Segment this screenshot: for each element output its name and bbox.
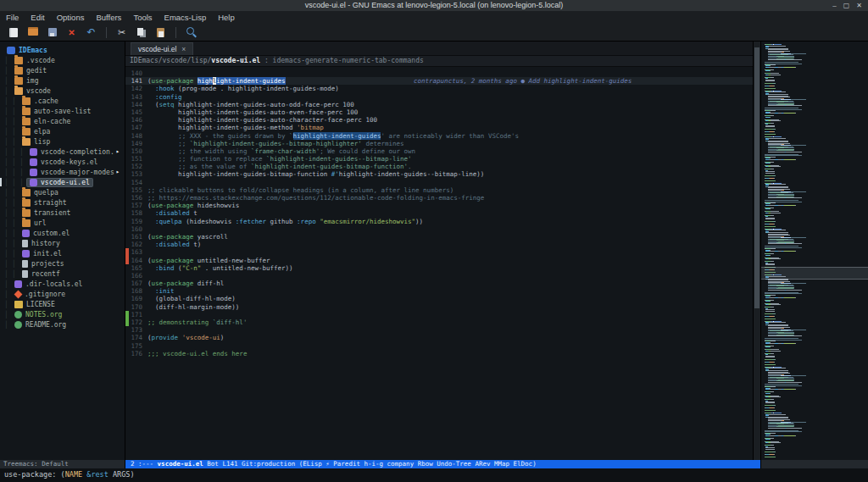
tab-vscode-ui[interactable]: vscode-ui.el × <box>131 42 193 55</box>
code-line-170[interactable]: 170 (diff-hl-margin-mode)) <box>125 303 753 311</box>
code-line-148[interactable]: 148 ;; XXX - the guides drawn by `highli… <box>125 132 753 140</box>
menu-options[interactable]: Options <box>51 12 91 24</box>
tree-item-vscode-completion[interactable]: │││vscode-completion.▸ <box>0 147 125 157</box>
line-number: 142 <box>129 85 147 92</box>
code-line-144[interactable]: 144 (setq highlight-indent-guides-auto-o… <box>125 101 753 108</box>
tree-item-straight[interactable]: ││straight <box>0 197 125 208</box>
code-line-152[interactable]: 152 ;; as the value of `highlight-indent… <box>125 163 753 170</box>
paste-icon[interactable] <box>153 26 168 39</box>
kill-buffer-icon[interactable]: ✕ <box>64 26 79 39</box>
undo-icon[interactable]: ↶ <box>84 26 98 39</box>
code-line-172[interactable]: 172;; demonstrating `diff-hl' <box>125 319 753 326</box>
menu-help[interactable]: Help <box>212 12 241 24</box>
code-line-174[interactable]: 174(provide 'vscode-ui) <box>125 334 753 341</box>
minimap[interactable] <box>761 42 868 460</box>
code-line-165[interactable]: 165 :bind ("C-n" . untitled-new-buffer)) <box>125 264 753 272</box>
code-line-146[interactable]: 146 highlight-indent-guides-auto-charact… <box>125 116 753 124</box>
copy-icon[interactable] <box>134 26 148 39</box>
tree-item-history[interactable]: ││history <box>0 238 125 248</box>
code-line-141[interactable]: 141(use-package highlight-indent-guidesc… <box>125 77 753 85</box>
code-line-168[interactable]: 168 :init <box>125 287 753 295</box>
minimize-button[interactable]: – <box>832 0 836 11</box>
code-line-169[interactable]: 169 (global-diff-hl-mode) <box>125 295 753 302</box>
tree-item-vscode[interactable]: │vscode <box>0 86 125 96</box>
menu-file[interactable]: File <box>0 12 25 24</box>
tree-item-idemacs[interactable]: IDEmacs <box>0 45 125 55</box>
code-line-161[interactable]: 161(use-package yascroll <box>125 233 753 241</box>
tree-item-recentf[interactable]: ││recentf <box>0 269 125 279</box>
main-modeline[interactable]: 2 :--- vscode-ui.el Bot L141 Git:product… <box>125 460 760 468</box>
tree-item-url[interactable]: ││url <box>0 218 125 228</box>
minimap-viewport[interactable] <box>761 267 868 280</box>
tree-item-vscode-keys-el[interactable]: │││vscode-keys.el <box>0 157 125 167</box>
code-line-149[interactable]: 149 ;; `highlight-indent-guides--bitmap-… <box>125 140 753 147</box>
menu-edit[interactable]: Edit <box>25 12 50 24</box>
minimap-segment <box>771 115 775 116</box>
tree-item-readme-org[interactable]: │README.org <box>0 319 125 330</box>
code-line-163[interactable]: 163 <box>125 248 753 256</box>
maximize-button[interactable]: ▢ <box>843 0 850 11</box>
code-line-154[interactable]: 154 <box>125 179 753 186</box>
scrollbar[interactable] <box>753 42 761 460</box>
menu-tools[interactable]: Tools <box>127 12 158 24</box>
code-line-157[interactable]: 157(use-package hideshowvis <box>125 202 753 209</box>
menu-emacs-lisp[interactable]: Emacs-Lisp <box>159 12 213 24</box>
tree-item-img[interactable]: │img <box>0 75 125 86</box>
tree-item-eln-cache[interactable]: ││eln-cache <box>0 116 125 126</box>
code-line-159[interactable]: 159 :quelpa (hideshowvis :fetcher github… <box>125 218 753 225</box>
code-line-160[interactable]: 160 <box>125 225 753 233</box>
new-file-icon[interactable] <box>6 26 20 39</box>
scrollbar-thumb[interactable] <box>754 47 760 308</box>
code-line-171[interactable]: 171 <box>125 311 753 319</box>
titlebar[interactable]: vscode-ui.el - GNU Emacs at lenovo-legio… <box>0 0 868 12</box>
code-line-153[interactable]: 153 highlight-indent-guides-bitmap-funct… <box>125 170 753 178</box>
search-icon[interactable] <box>184 26 198 39</box>
tree-item-auto-save-list[interactable]: ││auto-save-list <box>0 106 125 116</box>
tree-item-init-el[interactable]: ││init.el <box>0 248 125 258</box>
code-line-140[interactable]: 140 <box>125 69 753 77</box>
code-buffer[interactable]: 140141(use-package highlight-indent-guid… <box>125 67 753 460</box>
tree-item-label: README.org <box>25 321 66 329</box>
tree-item-license[interactable]: │LICENSE <box>0 299 125 309</box>
code-line-175[interactable]: 175 <box>125 342 753 350</box>
code-line-147[interactable]: 147 highlight-indent-guides-method 'bitm… <box>125 124 753 131</box>
tree-item-vscode-ui-el[interactable]: │││vscode-ui.el <box>0 177 125 187</box>
tree-item-lisp[interactable]: ││lisp <box>0 136 125 147</box>
tree-item-gitignore[interactable]: │.gitignore <box>0 289 125 299</box>
tree-item-vscode[interactable]: │.vscode <box>0 55 125 65</box>
tree-item-vscode-major-modes[interactable]: │││vscode-major-modes▸ <box>0 167 125 177</box>
code-line-145[interactable]: 145 highlight-indent-guides-auto-even-fa… <box>125 108 753 116</box>
code-line-164[interactable]: 164(use-package untitled-new-buffer <box>125 257 753 264</box>
tree-item-custom-el[interactable]: ││custom.el <box>0 228 125 238</box>
code-line-143[interactable]: 143 :config <box>125 93 753 101</box>
code-line-155[interactable]: 155;; clickable buttons to fold/collapse… <box>125 186 753 194</box>
code-line-167[interactable]: 167(use-package diff-hl <box>125 280 753 287</box>
code-line-166[interactable]: 166 <box>125 272 753 280</box>
code-line-142[interactable]: 142 :hook (prog-mode . highlight-indent-… <box>125 85 753 92</box>
code-line-176[interactable]: 176;;; vscode-ui.el ends here <box>125 350 753 357</box>
menu-buffers[interactable]: Buffers <box>90 12 127 24</box>
tree-item-projects[interactable]: ││projects <box>0 258 125 269</box>
code-line-162[interactable]: 162 :disabled t) <box>125 241 753 248</box>
echo-area[interactable]: use-package: (NAME &rest ARGS) <box>0 468 868 482</box>
tree-item-transient[interactable]: ││transient <box>0 208 125 218</box>
tree-item-notes-org[interactable]: │NOTES.org <box>0 309 125 319</box>
tree-item-cache[interactable]: ││.cache <box>0 96 125 106</box>
code-line-158[interactable]: 158 :disabled t <box>125 209 753 217</box>
open-file-icon[interactable] <box>25 26 40 39</box>
tree-item-quelpa[interactable]: ││quelpa <box>0 187 125 197</box>
code-line-150[interactable]: 150 ;; the width using `frame-char-width… <box>125 147 753 155</box>
minimap-segment <box>772 359 776 360</box>
code-line-151[interactable]: 151 ;; function to replace `highlight-in… <box>125 155 753 163</box>
save-buffer-icon[interactable] <box>45 26 59 39</box>
code-segment: use-package <box>152 77 194 85</box>
tab-close-icon[interactable]: × <box>181 45 186 53</box>
tree-item-elpa[interactable]: ││elpa <box>0 126 125 136</box>
cut-icon[interactable]: ✂ <box>114 26 129 39</box>
code-line-173[interactable]: 173 <box>125 326 753 334</box>
minimap-segment <box>795 113 796 114</box>
tree-item-dir-locals-el[interactable]: │.dir-locals.el <box>0 279 125 289</box>
close-button[interactable]: ✕ <box>856 0 862 11</box>
tree-item-gedit[interactable]: │gedit <box>0 65 125 75</box>
code-line-156[interactable]: 156;; https://emacs.stackexchange.com/qu… <box>125 194 753 202</box>
